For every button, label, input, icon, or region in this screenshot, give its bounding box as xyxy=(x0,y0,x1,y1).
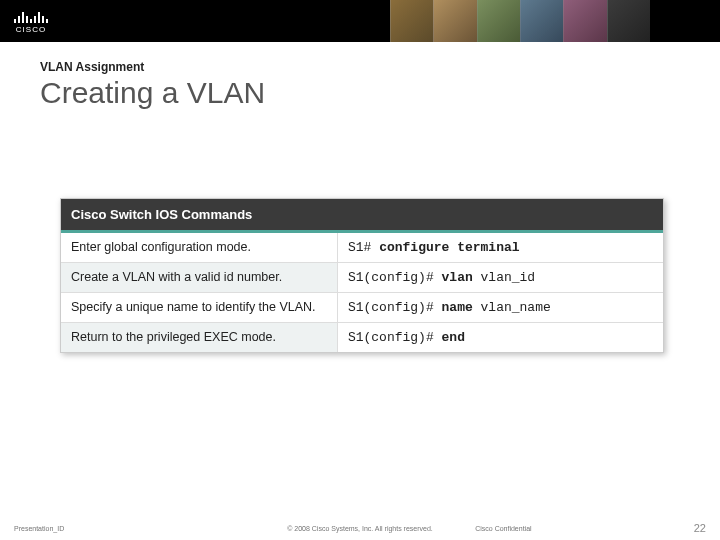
row-description: Create a VLAN with a valid id number. xyxy=(61,263,338,292)
commands-table: Cisco Switch IOS Commands Enter global c… xyxy=(60,198,664,353)
table-row: Enter global configuration mode. S1# con… xyxy=(61,233,663,263)
row-command: S1(config)# vlan vlan_id xyxy=(338,263,663,292)
cisco-logo-bars-icon xyxy=(14,9,48,23)
command-keyword: vlan xyxy=(442,270,481,285)
command-arg: vlan_name xyxy=(481,300,551,315)
header-collage-image xyxy=(390,0,650,42)
slide-pretitle: VLAN Assignment xyxy=(40,60,684,74)
row-command: S1(config)# name vlan_name xyxy=(338,293,663,322)
header-band: CISCO xyxy=(0,0,720,42)
command-keyword: configure terminal xyxy=(379,240,519,255)
table-row: Return to the privileged EXEC mode. S1(c… xyxy=(61,323,663,352)
cisco-logo: CISCO xyxy=(14,9,48,34)
command-prompt: S1(config)# xyxy=(348,330,442,345)
footer-presentation-id: Presentation_ID xyxy=(14,525,64,532)
row-description: Enter global configuration mode. xyxy=(61,233,338,262)
content-area: VLAN Assignment Creating a VLAN Cisco Sw… xyxy=(0,42,720,353)
table-header: Cisco Switch IOS Commands xyxy=(61,199,663,233)
row-command: S1# configure terminal xyxy=(338,233,663,262)
row-command: S1(config)# end xyxy=(338,323,663,352)
slide-footer: Presentation_ID © 2008 Cisco Systems, In… xyxy=(0,522,720,534)
command-keyword: name xyxy=(442,300,481,315)
slide-title: Creating a VLAN xyxy=(40,76,684,110)
command-keyword: end xyxy=(442,330,465,345)
cisco-logo-text: CISCO xyxy=(16,25,46,34)
command-prompt: S1(config)# xyxy=(348,300,442,315)
footer-confidential: Cisco Confidential xyxy=(475,525,531,532)
footer-page-number: 22 xyxy=(694,522,706,534)
command-prompt: S1# xyxy=(348,240,379,255)
table-row: Create a VLAN with a valid id number. S1… xyxy=(61,263,663,293)
command-prompt: S1(config)# xyxy=(348,270,442,285)
footer-copyright: © 2008 Cisco Systems, Inc. All rights re… xyxy=(287,525,433,532)
row-description: Return to the privileged EXEC mode. xyxy=(61,323,338,352)
row-description: Specify a unique name to identify the VL… xyxy=(61,293,338,322)
table-row: Specify a unique name to identify the VL… xyxy=(61,293,663,323)
command-arg: vlan_id xyxy=(481,270,536,285)
